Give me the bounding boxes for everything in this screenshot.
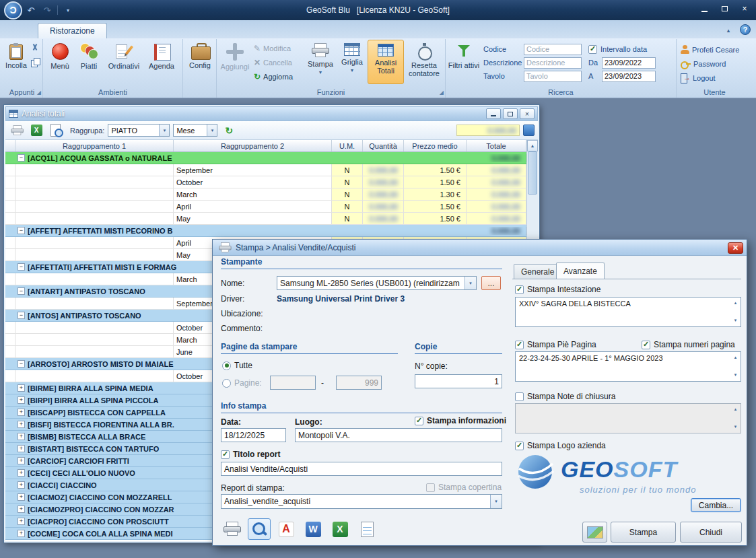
filtri-attivi-button[interactable]: Filtri attivi xyxy=(448,40,480,84)
stampa-numeri-pagina-checkbox[interactable]: Stampa numeri pagina xyxy=(642,340,735,349)
titolo-report-checkbox[interactable]: Titolo report xyxy=(221,450,280,459)
child-restore-button[interactable] xyxy=(503,108,518,119)
scroll-down-icon[interactable]: ▼ xyxy=(731,371,740,380)
detail-row[interactable]: SeptemberN0.000,001.50 €0.000,00 xyxy=(5,164,526,176)
column-header-raggruppamento1[interactable]: Raggruppamento 1 xyxy=(15,140,174,151)
data-da-input[interactable]: 23/09/2022 xyxy=(602,57,656,69)
tab-ristorazione[interactable]: Ristorazione xyxy=(38,23,107,38)
expand-icon[interactable]: + xyxy=(18,409,25,416)
output-report-button[interactable] xyxy=(355,518,378,540)
resetta-contatore-button[interactable]: Resetta contatore xyxy=(404,40,444,84)
griglia-button[interactable]: Griglia ▼ xyxy=(337,40,368,84)
printer-name-select[interactable]: Samsung ML-2850 Series (USB001) (reindir… xyxy=(277,276,477,290)
expand-icon[interactable]: + xyxy=(18,518,25,525)
print-button[interactable] xyxy=(9,123,25,138)
stampa-logo-checkbox[interactable]: Stampa Logo azienda xyxy=(515,441,606,450)
collapse-icon[interactable]: − xyxy=(18,360,25,368)
child-close-button[interactable]: × xyxy=(520,108,535,119)
tutte-radio[interactable]: Tutte xyxy=(222,361,252,370)
undo-button[interactable]: ↶ xyxy=(24,3,38,17)
minimize-button[interactable] xyxy=(694,1,714,16)
collapse-icon[interactable]: − xyxy=(18,287,25,295)
app-menu-button[interactable]: Ɔ xyxy=(4,1,22,20)
scroll-up-icon[interactable]: ▲ xyxy=(731,405,740,414)
column-header-totale[interactable]: Totale xyxy=(467,140,526,151)
ncopie-input[interactable]: 1 xyxy=(415,374,502,388)
agenda-button[interactable]: Agenda xyxy=(145,40,178,84)
periodo-select[interactable]: Mese ▼ xyxy=(173,124,217,137)
analisi-titlebar[interactable]: Analisi totali × xyxy=(5,106,538,121)
expand-icon[interactable]: + xyxy=(18,493,25,501)
expand-icon[interactable]: + xyxy=(18,457,25,464)
toolbar-extra-button[interactable] xyxy=(523,125,535,136)
pie-pagina-textarea[interactable]: 22-23-24-25-30 APRILE - 1° MAGGIO 2023 ▲… xyxy=(515,351,741,382)
print-dialog-titlebar[interactable]: Stampa > Analisi Vendite/Acquisti xyxy=(213,240,747,256)
collapse-icon[interactable]: − xyxy=(18,227,25,234)
modifica-button[interactable]: ✎Modifica xyxy=(252,41,304,55)
group-row[interactable]: −[ACQ1L] ACQUA GASSATA o NATURALE0.000,0… xyxy=(5,152,526,164)
qat-customize-button[interactable]: ▾ xyxy=(61,3,75,17)
image-button[interactable] xyxy=(582,522,607,543)
stampa-dialog-button[interactable]: Stampa xyxy=(611,522,676,543)
cancella-button[interactable]: ✕Cancella xyxy=(252,55,304,69)
expand-icon[interactable]: + xyxy=(18,505,25,513)
scroll-down-icon[interactable]: ▼ xyxy=(731,316,740,325)
child-minimize-button[interactable] xyxy=(486,108,501,119)
scroll-down-icon[interactable]: ▼ xyxy=(731,423,740,431)
maximize-button[interactable] xyxy=(714,1,734,16)
print-preview-button[interactable] xyxy=(48,123,64,138)
descrizione-input[interactable]: Descrizione xyxy=(524,57,582,69)
output-preview-button[interactable] xyxy=(248,518,271,540)
expand-icon[interactable]: + xyxy=(18,396,25,404)
chiudi-button[interactable]: Chiudi xyxy=(680,522,742,543)
detail-row[interactable]: AprilN0.000,001.50 €0.000,00 xyxy=(5,201,526,213)
stampa-pie-pagina-checkbox[interactable]: Stampa Piè Pagina xyxy=(515,340,596,349)
expand-icon[interactable]: + xyxy=(18,445,25,452)
column-header-raggruppamento2[interactable]: Raggruppamento 2 xyxy=(174,140,332,151)
stampa-intestazione-checkbox[interactable]: Stampa Intestazione xyxy=(515,285,600,294)
close-button[interactable]: × xyxy=(734,1,755,16)
scrollbar-thumb[interactable] xyxy=(528,151,537,195)
cambia-button[interactable]: Cambia... xyxy=(691,498,741,512)
stampa-informazioni-checkbox[interactable]: Stampa informazioni xyxy=(415,416,506,425)
expand-icon[interactable]: + xyxy=(18,481,25,489)
tavolo-input[interactable]: Tavolo xyxy=(524,71,582,82)
stampa-button[interactable]: Stampa ▼ xyxy=(304,40,337,84)
detail-row[interactable]: MarchN0.000,001.30 €0.000,00 xyxy=(5,188,526,201)
raggrupa-select[interactable]: PIATTO ▼ xyxy=(108,124,170,137)
tab-generale[interactable]: Generale xyxy=(514,264,561,279)
output-excel-button[interactable]: X xyxy=(329,518,351,540)
collapse-icon[interactable]: − xyxy=(18,154,25,162)
help-button[interactable]: ? xyxy=(740,24,751,35)
column-header-um[interactable]: U.M. xyxy=(332,140,363,151)
pagina-da-input[interactable] xyxy=(270,376,316,390)
expand-icon[interactable]: + xyxy=(18,433,25,440)
user-button[interactable]: Profeti Cesare xyxy=(681,42,739,57)
column-header-prezzo-medio[interactable]: Prezzo medio xyxy=(404,140,467,151)
redo-button[interactable]: ↷ xyxy=(40,3,55,17)
password-button[interactable]: Password xyxy=(681,57,739,71)
ribbon-collapse-button[interactable]: ▴ xyxy=(722,25,734,35)
output-word-button[interactable]: W xyxy=(302,518,324,540)
expand-icon[interactable]: + xyxy=(18,469,25,477)
dialog-close-button[interactable]: ✕ xyxy=(728,242,743,254)
intervallo-data-checkbox[interactable] xyxy=(588,45,597,54)
output-printer-button[interactable] xyxy=(221,518,244,540)
tab-avanzate[interactable]: Avanzate xyxy=(556,263,605,279)
column-header-quantita[interactable]: Quantità xyxy=(363,140,404,151)
collapse-icon[interactable]: − xyxy=(18,312,25,319)
data-input[interactable]: 18/12/2025 xyxy=(221,428,286,442)
titolo-report-input[interactable]: Analisi Vendite/Acquisti xyxy=(221,462,502,476)
config-button[interactable]: Config xyxy=(184,40,215,84)
dialog-launcher-icon[interactable]: ◢ xyxy=(37,90,41,96)
detail-row[interactable]: OctoberN0.000,001.50 €0.000,00 xyxy=(5,176,526,188)
analisi-totali-button[interactable]: Analisi Totali xyxy=(368,40,404,84)
ordinativi-button[interactable]: Ordinativi xyxy=(103,40,145,84)
aggiorna-button[interactable]: ↻Aggiorna xyxy=(252,69,304,83)
group-row[interactable]: −[AFFETT] AFFETTATI MISTI PECORINO B0.00… xyxy=(5,225,526,237)
note-chiusura-textarea[interactable]: ▲ ▼ xyxy=(515,403,741,433)
piatti-button[interactable]: Piatti xyxy=(75,40,103,84)
stampa-copertina-checkbox[interactable]: Stampa copertina xyxy=(426,483,502,492)
pagina-a-input[interactable]: 999 xyxy=(336,376,382,390)
scroll-up-icon[interactable]: ▲ xyxy=(731,299,740,308)
